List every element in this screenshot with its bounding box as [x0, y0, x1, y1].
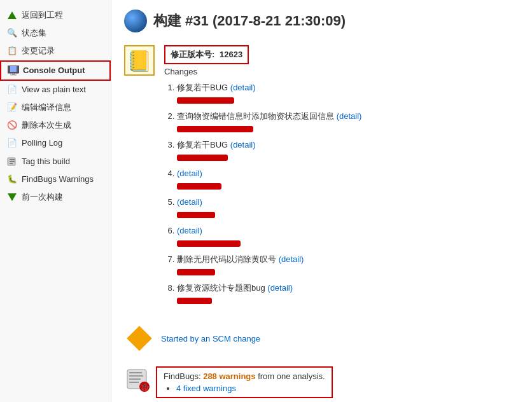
- svg-rect-10: [129, 375, 143, 377]
- redacted-text: [177, 212, 215, 218]
- sidebar-item-label: 前一次构建: [22, 191, 63, 203]
- revision-box: 修正版本号: 12623: [164, 45, 249, 64]
- detail-link[interactable]: (detail): [230, 83, 256, 92]
- build-section: 修正版本号: 12623 Changes 修复若干BUG (detail) 查询…: [124, 45, 519, 310]
- change-text: 修复资源统计专题图bug: [177, 283, 267, 293]
- detail-link[interactable]: (detail): [267, 283, 293, 293]
- scm-link[interactable]: Started by an SCM change: [161, 334, 260, 343]
- sidebar-item-label: 状态集: [22, 27, 46, 39]
- sidebar-item-label: FindBugs Warnings: [22, 174, 94, 185]
- sidebar-item-label: 变更记录: [22, 45, 55, 57]
- detail-link[interactable]: (detail): [279, 254, 304, 264]
- sidebar-item-findbugs-warnings[interactable]: 🐛 FindBugs Warnings: [0, 170, 111, 188]
- page-title: 构建 #31 (2017-8-21 21:30:09): [153, 11, 346, 31]
- findbugs-prefix: FindBugs:: [164, 371, 203, 381]
- doc-icon: 📄: [6, 84, 18, 95]
- detail-link[interactable]: (detail): [337, 111, 362, 121]
- delete-icon: 🚫: [6, 120, 18, 131]
- svg-rect-3: [10, 74, 17, 76]
- revision-number: 12623: [220, 50, 242, 59]
- notepad-icon: [124, 45, 155, 76]
- findbugs-section: 🐞 FindBugs: 288 warnings from one analys…: [124, 366, 519, 398]
- redacted-text: [177, 183, 221, 190]
- redacted-text: [177, 240, 241, 247]
- sidebar-item-label: 返回到工程: [22, 10, 63, 21]
- sidebar-item-label: View as plain text: [22, 84, 86, 95]
- scm-section: Started by an SCM change: [124, 323, 519, 354]
- detail-link[interactable]: (detail): [177, 226, 202, 235]
- edit-icon: 📝: [6, 102, 18, 113]
- list-item: (detail): [177, 225, 519, 249]
- arrow-down-icon: [6, 191, 18, 203]
- findbugs-info-box: FindBugs: 288 warnings from one analysis…: [156, 366, 333, 398]
- redacted-text: [177, 269, 215, 275]
- sidebar-item-tag-build[interactable]: Tag this build: [0, 153, 111, 170]
- sidebar-item-delete-build[interactable]: 🚫 删除本次生成: [0, 116, 111, 134]
- list-icon: 📋: [6, 45, 18, 57]
- detail-link[interactable]: (detail): [177, 197, 202, 207]
- fixed-warnings-item: 4 fixed warnings: [176, 384, 325, 393]
- svg-text:🐞: 🐞: [140, 382, 150, 392]
- change-text: 查询物资编错信息时添加物资状态返回信息: [177, 111, 337, 121]
- sidebar-item-status-set[interactable]: 🔍 状态集: [0, 24, 111, 42]
- diamond-icon: [127, 326, 152, 351]
- sidebar-item-label: Polling Log: [22, 137, 62, 149]
- change-text: 修复若干BUG: [177, 83, 230, 92]
- sidebar-item-label: Tag this build: [22, 156, 70, 167]
- redacted-text: [177, 126, 253, 132]
- svg-rect-9: [129, 372, 142, 373]
- svg-rect-11: [129, 378, 141, 380]
- sidebar-item-polling-log[interactable]: 📄 Polling Log: [0, 134, 111, 152]
- monitor-icon: [8, 65, 19, 76]
- sidebar-item-label: Console Output: [23, 65, 85, 76]
- sidebar: 返回到工程 🔍 状态集 📋 变更记录 Console Output 📄 View…: [0, 0, 111, 402]
- sidebar-item-edit-compile-info[interactable]: 📝 编辑编译信息: [0, 99, 111, 116]
- list-item: (detail): [177, 167, 519, 192]
- sidebar-item-change-log[interactable]: 📋 变更记录: [0, 42, 111, 60]
- change-text: 删除无用代码以消除黄叹号: [177, 254, 279, 264]
- svg-rect-12: [129, 382, 139, 383]
- change-text: 修复若干BUG: [177, 140, 230, 149]
- findbugs-list: 4 fixed warnings: [164, 384, 325, 393]
- list-item: 修复资源统计专题图bug (detail): [177, 282, 519, 307]
- svg-rect-1: [10, 66, 17, 72]
- page-header: 构建 #31 (2017-8-21 21:30:09): [124, 10, 519, 32]
- changes-label: Changes: [164, 67, 519, 76]
- detail-link[interactable]: (detail): [177, 169, 202, 178]
- sidebar-item-view-plain-text[interactable]: 📄 View as plain text: [0, 81, 111, 99]
- revision-label: 修正版本号:: [171, 50, 214, 59]
- findbugs-warnings-link[interactable]: 288 warnings: [203, 371, 255, 381]
- sidebar-item-back-to-project[interactable]: 返回到工程: [0, 6, 111, 24]
- findbugs-suffix: from one analysis.: [256, 371, 325, 381]
- list-item: 删除无用代码以消除黄叹号 (detail): [177, 253, 519, 278]
- tag-icon: [6, 156, 18, 167]
- svg-rect-2: [12, 73, 15, 74]
- sidebar-item-label: 编辑编译信息: [22, 102, 71, 113]
- sidebar-item-label: 删除本次生成: [22, 120, 71, 131]
- fixed-warnings-link[interactable]: 4 fixed warnings: [176, 384, 236, 393]
- list-item: 修复若干BUG (detail): [177, 81, 519, 106]
- redacted-text: [177, 298, 212, 304]
- globe-icon: [124, 10, 147, 32]
- search-icon: 🔍: [6, 27, 18, 39]
- sidebar-item-prev-build[interactable]: 前一次构建: [0, 188, 111, 206]
- changes-list: 修复若干BUG (detail) 查询物资编错信息时添加物资状态返回信息 (de…: [164, 81, 519, 307]
- sidebar-item-console-output[interactable]: Console Output: [0, 60, 111, 81]
- polling-log-icon: 📄: [6, 137, 18, 149]
- list-item: (detail): [177, 196, 519, 221]
- bug-icon: 🐛: [6, 174, 18, 185]
- main-content: 构建 #31 (2017-8-21 21:30:09) 修正版本号: 12623…: [111, 0, 532, 402]
- list-item: 查询物资编错信息时添加物资状态返回信息 (detail): [177, 110, 519, 135]
- list-item: 修复若干BUG (detail): [177, 139, 519, 163]
- redacted-text: [177, 155, 228, 161]
- findbugs-icon: 🐞: [124, 366, 150, 392]
- build-info: 修正版本号: 12623 Changes 修复若干BUG (detail) 查询…: [164, 45, 519, 310]
- redacted-text: [177, 97, 234, 104]
- detail-link[interactable]: (detail): [230, 140, 256, 149]
- arrow-up-icon: [6, 10, 18, 21]
